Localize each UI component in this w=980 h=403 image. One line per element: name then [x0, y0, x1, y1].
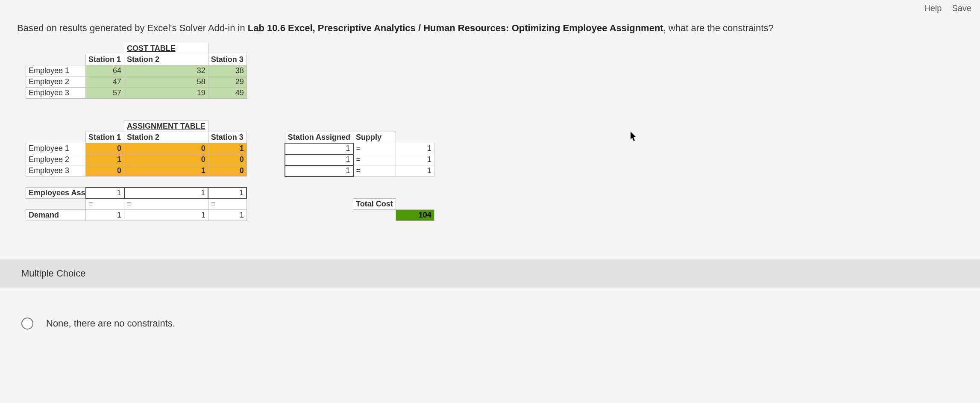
eq-op: =: [208, 199, 246, 210]
assign-cell: 1: [86, 154, 124, 165]
eq-op: =: [353, 165, 396, 176]
eq-op: =: [353, 154, 396, 165]
cost-cell: 57: [86, 88, 124, 99]
cost-row-label: Employee 3: [26, 88, 86, 99]
cost-table-title: COST TABLE: [124, 43, 208, 54]
cost-col-1: Station 1: [86, 54, 124, 65]
options-list: None, there are no constraints.: [0, 318, 980, 347]
cost-cell: 38: [208, 65, 246, 76]
demand-val: 1: [208, 210, 246, 221]
emp-assigned-val: 1: [86, 188, 124, 199]
supply-hdr: Supply: [353, 132, 396, 143]
station-sum: 1: [285, 154, 353, 165]
assign-col-3: Station 3: [208, 132, 246, 143]
eq-op: =: [124, 199, 208, 210]
assign-cell: 1: [208, 143, 246, 154]
assign-row-label: Employee 3: [26, 165, 86, 176]
option-a[interactable]: None, there are no constraints.: [21, 318, 959, 329]
supply-val: 1: [396, 154, 434, 165]
cost-cell: 47: [86, 76, 124, 88]
cost-cell: 19: [124, 88, 208, 99]
assign-cell: 0: [124, 143, 208, 154]
total-cost-label: Total Cost: [353, 199, 396, 210]
station-sum: 1: [285, 143, 353, 154]
emp-assigned-val: 1: [208, 188, 246, 199]
spreadsheet: COST TABLE Station 1 Station 2 Station 3…: [26, 43, 963, 221]
cost-cell: 58: [124, 76, 208, 88]
assign-col-2: Station 2: [124, 132, 208, 143]
assign-row-label: Employee 2: [26, 154, 86, 165]
assign-cell: 0: [124, 154, 208, 165]
cost-cell: 29: [208, 76, 246, 88]
multiple-choice-title: Multiple Choice: [21, 268, 959, 279]
station-assigned-hdr: Station Assigned: [285, 132, 353, 143]
save-link[interactable]: Save: [952, 3, 971, 13]
multiple-choice-header: Multiple Choice: [0, 259, 980, 288]
assign-cell: 0: [86, 165, 124, 176]
eq-op: =: [86, 199, 124, 210]
assign-cell: 0: [208, 154, 246, 165]
demand-label: Demand: [26, 210, 86, 221]
assign-cell: 0: [208, 165, 246, 176]
radio-icon[interactable]: [21, 318, 33, 329]
demand-val: 1: [124, 210, 208, 221]
station-sum: 1: [285, 165, 353, 176]
topbar: Help Save: [0, 0, 980, 15]
cost-row-label: Employee 2: [26, 76, 86, 88]
help-link[interactable]: Help: [924, 3, 942, 13]
demand-val: 1: [86, 210, 124, 221]
question-text: Based on results generated by Excel's So…: [0, 15, 980, 43]
cost-col-2: Station 2: [124, 54, 208, 65]
cost-and-assignment-tables: COST TABLE Station 1 Station 2 Station 3…: [26, 43, 434, 221]
supply-val: 1: [396, 143, 434, 154]
total-cost-value: 104: [396, 210, 434, 221]
cost-cell: 32: [124, 65, 208, 76]
assign-col-1: Station 1: [86, 132, 124, 143]
assign-cell: 1: [124, 165, 208, 176]
emp-assigned-val: 1: [124, 188, 208, 199]
assign-table-title: ASSIGNMENT TABLE: [124, 121, 208, 132]
cost-cell: 64: [86, 65, 124, 76]
eq-op: =: [353, 143, 396, 154]
cost-cell: 49: [208, 88, 246, 99]
assign-cell: 0: [86, 143, 124, 154]
assign-row-label: Employee 1: [26, 143, 86, 154]
cost-col-3: Station 3: [208, 54, 246, 65]
supply-val: 1: [396, 165, 434, 176]
cost-row-label: Employee 1: [26, 65, 86, 76]
employees-assigned-label: Employees Assigned: [26, 188, 86, 199]
option-a-text: None, there are no constraints.: [46, 318, 175, 329]
